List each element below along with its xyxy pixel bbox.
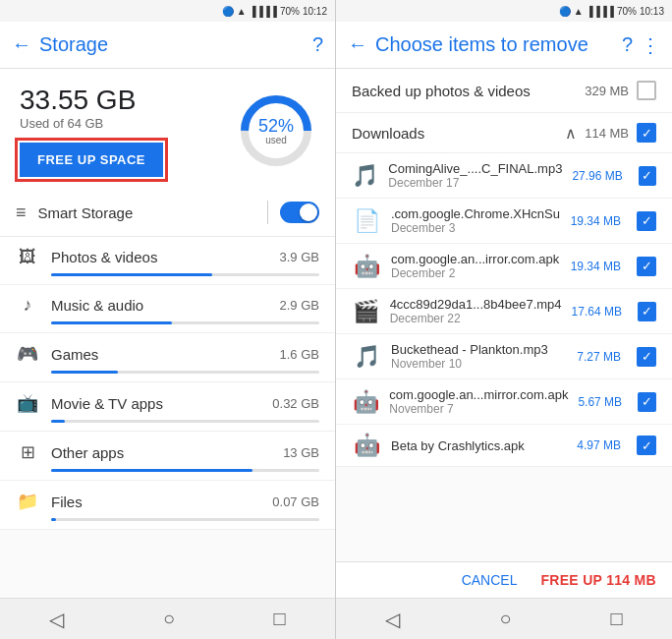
choose-list: Backed up photos & videos 329 MB Downloa… [336,69,672,561]
file-size-4: 7.27 MB [577,350,621,364]
right-status-bar: 🔵 ▲ ▐▐▐▐ 70% 10:13 [336,0,672,22]
file-item-3[interactable]: 🎬 4ccc89d29da1...8b4bee7.mp4 December 22… [336,289,672,334]
mp3-icon-0: 🎵 [352,163,378,189]
r-back-button[interactable]: ← [348,33,367,56]
file-date-5: November 7 [389,402,568,416]
file-item-6[interactable]: 🤖 Beta by Crashlytics.apk 4.97 MB ✓ [336,425,672,467]
music-progress-bg [51,321,319,324]
file-date-1: December 3 [391,221,561,235]
movies-label: Movie & TV apps [51,395,260,412]
back-nav-button[interactable]: ◁ [29,600,84,639]
file-checkbox-2[interactable]: ✓ [637,257,656,276]
storage-amount: 33.55 GB [20,85,163,116]
donut-used-label: used [258,135,294,145]
downloads-chevron-icon[interactable]: ∧ [565,124,577,143]
file-checkbox-6[interactable]: ✓ [637,436,656,455]
file-checkbox-1[interactable]: ✓ [637,211,656,231]
free-up-space-button[interactable]: FREE UP SPACE [20,143,163,177]
r-back-nav-button[interactable]: ◁ [365,600,420,639]
storage-item-files[interactable]: 📁 Files 0.07 GB [0,481,335,530]
movies-progress-fill [51,420,65,423]
donut-percent: 52% [258,117,294,135]
r-recent-nav-button[interactable]: □ [590,600,642,638]
movies-progress-bg [51,420,319,423]
r-help-button[interactable]: ? [622,33,633,56]
file-size-0: 27.96 MB [572,169,622,183]
file-name-4: Buckethead - Plankton.mp3 [391,342,567,357]
file-size-2: 19.34 MB [571,260,621,273]
file-name-6: Beta by Crashlytics.apk [391,438,567,453]
storage-item-games[interactable]: 🎮 Games 1.6 GB [0,333,335,382]
left-toolbar: ← Storage ? [0,22,335,69]
action-bar: CANCEL FREE UP 114 MB [336,561,672,598]
storage-item-music[interactable]: ♪ Music & audio 2.9 GB [0,285,335,333]
smart-storage-label: Smart Storage [38,204,255,221]
page-title: Storage [39,33,305,56]
smart-storage-toggle[interactable] [280,202,319,223]
right-bottom-nav: ◁ ○ □ [336,598,672,639]
games-label: Games [51,346,268,363]
back-button[interactable]: ← [12,33,31,56]
smart-divider [267,201,268,224]
file-size-5: 5.67 MB [578,395,622,409]
other-apps-label: Other apps [51,444,271,461]
r-menu-button[interactable]: ⋮ [641,33,660,57]
files-progress-bg [51,518,319,521]
photos-size: 3.9 GB [280,250,319,264]
recent-nav-button[interactable]: □ [254,600,306,638]
home-nav-button[interactable]: ○ [143,600,195,638]
file-item-1[interactable]: 📄 .com.google.Chrome.XHcnSu December 3 1… [336,199,672,244]
file-info-4: Buckethead - Plankton.mp3 November 10 [391,342,567,371]
files-label: Files [51,494,260,510]
file-checkbox-3[interactable]: ✓ [638,302,656,321]
file-checkbox-4[interactable]: ✓ [637,347,656,367]
file-name-2: com.google.an...irror.com.apk [391,252,561,266]
file-checkbox-0[interactable]: ✓ [639,166,656,186]
right-status-icons: 🔵 ▲ ▐▐▐▐ 70% 10:13 [559,6,664,17]
help-button[interactable]: ? [312,33,323,56]
photos-icon: 🖼 [16,247,39,267]
other-apps-progress-fill [51,469,252,472]
bluetooth-icon: 🔵 [222,6,234,17]
file-item-0[interactable]: 🎵 ComingAlive_....C_FINAL.mp3 December 1… [336,153,672,199]
apk-icon-5: 🤖 [352,389,379,415]
apk-icon-1: 📄 [352,208,381,234]
downloads-checkbox[interactable]: ✓ [637,123,656,143]
storage-item-photos[interactable]: 🖼 Photos & videos 3.9 GB [0,237,335,285]
mp4-icon-3: 🎬 [352,299,380,324]
file-item-5[interactable]: 🤖 com.google.an...mirror.com.apk Novembe… [336,379,672,425]
file-size-6: 4.97 MB [577,438,621,452]
r-wifi-icon: ▲ [574,6,584,17]
file-info-1: .com.google.Chrome.XHcnSu December 3 [391,206,561,235]
right-panel: 🔵 ▲ ▐▐▐▐ 70% 10:13 ← Choose items to rem… [336,0,672,639]
files-progress-fill [51,518,56,521]
file-info-2: com.google.an...irror.com.apk December 2 [391,252,561,280]
file-date-3: December 22 [390,312,562,325]
time-display: 10:12 [303,6,327,17]
file-info-0: ComingAlive_....C_FINAL.mp3 December 17 [388,161,562,190]
file-name-5: com.google.an...mirror.com.apk [389,387,568,402]
r-page-title: Choose items to remove [375,33,614,56]
music-label: Music & audio [51,297,268,314]
file-size-1: 19.34 MB [571,214,621,228]
backed-up-checkbox[interactable] [637,81,656,100]
games-progress-bg [51,371,319,374]
file-date-2: December 2 [391,266,561,280]
storage-item-other-apps[interactable]: ⊞ Other apps 13 GB [0,432,335,481]
files-size: 0.07 GB [272,494,319,509]
music-size: 2.9 GB [280,298,319,313]
free-up-114-button[interactable]: FREE UP 114 MB [540,572,656,588]
file-item-4[interactable]: 🎵 Buckethead - Plankton.mp3 November 10 … [336,334,672,379]
photos-progress-fill [51,273,212,276]
storage-item-movies[interactable]: 📺 Movie & TV apps 0.32 GB [0,382,335,432]
right-toolbar: ← Choose items to remove ? ⋮ [336,22,672,69]
photos-progress-bg [51,273,319,276]
file-checkbox-5[interactable]: ✓ [638,392,656,412]
r-home-nav-button[interactable]: ○ [479,600,531,638]
storage-text: 33.55 GB Used of 64 GB FREE UP SPACE [20,85,163,177]
file-name-0: ComingAlive_....C_FINAL.mp3 [388,161,562,176]
downloads-section: Downloads ∧ 114 MB ✓ [336,113,672,153]
status-icons: 🔵 ▲ ▐▐▐▐ 70% 10:12 [222,6,327,17]
cancel-button[interactable]: CANCEL [462,572,518,588]
file-item-2[interactable]: 🤖 com.google.an...irror.com.apk December… [336,244,672,289]
